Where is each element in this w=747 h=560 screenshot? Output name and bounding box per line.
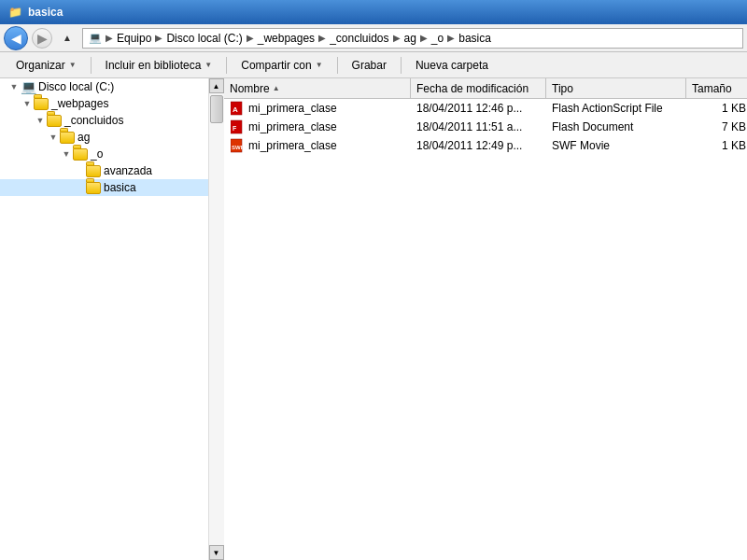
content-area: Nombre ▲ Fecha de modificación Tipo Tama… xyxy=(224,78,747,560)
file-size-3: 1 KB xyxy=(686,136,747,155)
sidebar-item-o[interactable]: ▼ _o xyxy=(0,146,208,162)
forward-button[interactable]: ▶ xyxy=(32,28,52,49)
scroll-thumb[interactable] xyxy=(210,95,223,123)
path-sep-6: ▶ xyxy=(420,33,428,43)
col-header-name[interactable]: Nombre ▲ xyxy=(224,78,411,98)
file-icon-3: SWF xyxy=(230,138,245,153)
scroll-down[interactable]: ▼ xyxy=(209,545,224,560)
file-type-3: SWF Movie xyxy=(546,136,686,155)
separator-4 xyxy=(401,57,402,74)
sidebar-item-basica[interactable]: ▶ basica xyxy=(0,179,208,196)
sidebar-item-concluidos[interactable]: ▼ _concluidos xyxy=(0,112,208,129)
file-icon-1: A xyxy=(230,101,245,116)
path-basica: basica xyxy=(458,32,491,45)
sidebar-item-webpages-label: _webpages xyxy=(51,97,108,110)
path-disco: Disco local (C:) xyxy=(166,32,242,45)
separator-1 xyxy=(91,57,92,74)
sort-arrow: ▲ xyxy=(273,84,280,92)
file-type-1: Flash ActionScript File xyxy=(546,99,686,118)
separator-3 xyxy=(337,57,338,74)
sidebar-item-webpages[interactable]: ▼ _webpages xyxy=(0,95,208,112)
organizar-button[interactable]: Organizar ▼ xyxy=(7,55,85,76)
path-webpages: _webpages xyxy=(258,32,315,45)
path-ag: ag xyxy=(404,32,416,45)
sidebar-item-avanzada[interactable]: ▶ avanzada xyxy=(0,162,208,179)
compartir-button[interactable]: Compartir con ▼ xyxy=(233,55,331,76)
basica-icon xyxy=(86,181,101,194)
disco-icon: 💻 xyxy=(21,80,35,93)
file-row-3[interactable]: SWF mi_primera_clase 18/04/2011 12:49 p.… xyxy=(224,136,747,155)
ag-icon xyxy=(60,131,75,144)
file-row-2[interactable]: F mi_primera_clase 18/04/2011 11:51 a...… xyxy=(224,118,747,136)
avanzada-icon xyxy=(86,164,101,177)
window-title: basica xyxy=(28,6,63,19)
col-header-type[interactable]: Tipo xyxy=(546,78,686,98)
path-concluidos: _concluidos xyxy=(330,32,388,45)
file-icon-2: F xyxy=(230,119,245,134)
column-headers: Nombre ▲ Fecha de modificación Tipo Tama… xyxy=(224,78,747,99)
title-bar: 📁 basica xyxy=(0,0,747,24)
path-sep-4: ▶ xyxy=(318,33,326,43)
back-button[interactable]: ◀ xyxy=(4,26,28,50)
sidebar-item-concluidos-label: _concluidos xyxy=(64,114,123,127)
col-header-size[interactable]: Tamaño xyxy=(686,78,747,98)
webpages-icon xyxy=(34,97,49,110)
sidebar-item-disco[interactable]: ▼ 💻 Disco local (C:) xyxy=(0,78,208,95)
toggle-concluidos[interactable]: ▼ xyxy=(34,114,47,127)
file-date-2: 18/04/2011 11:51 a... xyxy=(411,118,546,136)
file-name-2: F mi_primera_clase xyxy=(224,118,411,136)
path-sep-2: ▶ xyxy=(155,33,162,43)
svg-text:A: A xyxy=(233,105,238,114)
address-path[interactable]: 💻 ▶ Equipo ▶ Disco local (C:) ▶ _webpage… xyxy=(82,28,743,49)
path-sep-1: ▶ xyxy=(106,33,113,43)
file-list: A mi_primera_clase 18/04/2011 12:46 p...… xyxy=(224,99,747,560)
compartir-arrow: ▼ xyxy=(316,61,323,69)
incluir-button[interactable]: Incluir en biblioteca ▼ xyxy=(97,55,221,76)
window-icon: 📁 xyxy=(7,5,22,20)
toolbar: Organizar ▼ Incluir en biblioteca ▼ Comp… xyxy=(0,52,747,78)
toggle-disco[interactable]: ▼ xyxy=(7,80,21,93)
file-date-3: 18/04/2011 12:49 p... xyxy=(411,136,546,155)
toggle-basica[interactable]: ▶ xyxy=(73,181,86,194)
scroll-track[interactable] xyxy=(209,93,224,545)
sidebar-content: ▼ 💻 Disco local (C:) ▼ _webpages ▼ _conc… xyxy=(0,78,208,560)
nueva-carpeta-button[interactable]: Nueva carpeta xyxy=(407,55,497,76)
address-bar: ◀ ▶ ▲ 💻 ▶ Equipo ▶ Disco local (C:) ▶ _w… xyxy=(0,24,747,52)
incluir-arrow: ▼ xyxy=(204,61,212,69)
sidebar-item-disco-label: Disco local (C:) xyxy=(38,80,114,93)
path-equipo: Equipo xyxy=(117,32,151,45)
sidebar-item-ag[interactable]: ▼ ag xyxy=(0,129,208,146)
path-sep-5: ▶ xyxy=(393,33,401,43)
o-icon xyxy=(73,147,88,161)
path-sep-7: ▶ xyxy=(447,33,455,43)
toggle-avanzada[interactable]: ▶ xyxy=(73,164,86,177)
file-size-2: 7 KB xyxy=(686,118,747,136)
path-segment: 💻 xyxy=(89,32,102,44)
file-type-2: Flash Document xyxy=(546,118,686,136)
path-sep-3: ▶ xyxy=(247,33,254,43)
grabar-button[interactable]: Grabar xyxy=(344,55,395,76)
sidebar-item-basica-label: basica xyxy=(104,181,136,194)
sidebar-item-ag-label: ag xyxy=(78,131,90,144)
file-row-1[interactable]: A mi_primera_clase 18/04/2011 12:46 p...… xyxy=(224,99,747,118)
file-size-1: 1 KB xyxy=(686,99,747,118)
path-o: _o xyxy=(431,32,444,45)
scroll-up[interactable]: ▲ xyxy=(209,78,224,93)
main-container: ▼ 💻 Disco local (C:) ▼ _webpages ▼ _conc… xyxy=(0,78,747,560)
sidebar-item-o-label: _o xyxy=(91,147,103,161)
sidebar-scrollbar[interactable]: ▲ ▼ xyxy=(208,78,223,560)
up-button[interactable]: ▲ xyxy=(56,27,78,49)
toggle-o[interactable]: ▼ xyxy=(60,147,73,161)
col-header-date[interactable]: Fecha de modificación xyxy=(411,78,546,98)
file-date-1: 18/04/2011 12:46 p... xyxy=(411,99,546,118)
file-name-3: SWF mi_primera_clase xyxy=(224,136,411,155)
toggle-ag[interactable]: ▼ xyxy=(47,131,60,144)
toggle-webpages[interactable]: ▼ xyxy=(21,97,34,110)
separator-2 xyxy=(226,57,227,74)
organizar-arrow: ▼ xyxy=(69,61,77,69)
svg-text:F: F xyxy=(233,125,237,132)
file-name-1: A mi_primera_clase xyxy=(224,99,411,118)
sidebar: ▼ 💻 Disco local (C:) ▼ _webpages ▼ _conc… xyxy=(0,78,224,560)
concluidos-icon xyxy=(47,114,62,127)
sidebar-item-avanzada-label: avanzada xyxy=(104,164,152,177)
